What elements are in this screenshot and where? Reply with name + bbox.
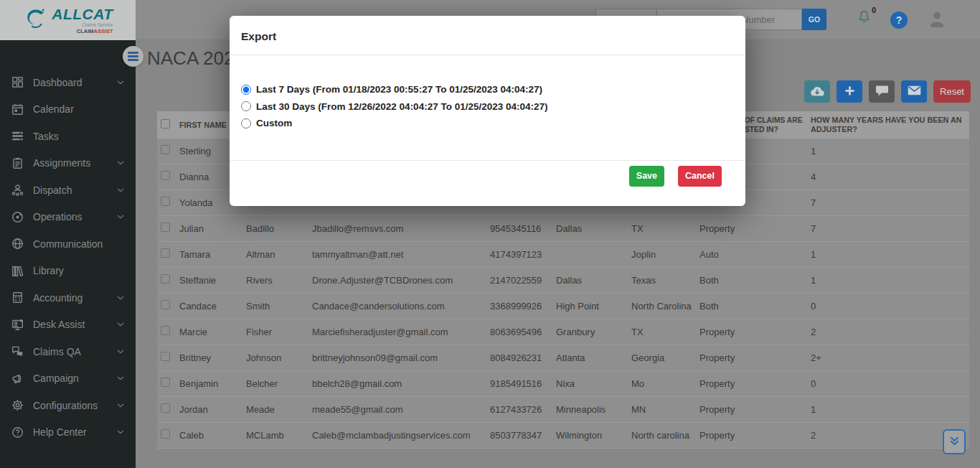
export-range-option-last-30-days-from-12-26-2022-04-04-27-to-01-25-2023-04-04-27[interactable]: Last 30 Days (From 12/26/2022 04:04:27 T… (241, 98, 734, 116)
modal-title: Export (241, 30, 734, 43)
radio-button[interactable] (241, 85, 251, 95)
radio-label: Custom (256, 118, 292, 128)
export-modal: Export Last 7 Days (From 01/18/2023 00:5… (230, 16, 745, 206)
app-root: ALLCAT Claims Service CLAIMASSIST Dashbo… (0, 0, 980, 468)
radio-button[interactable] (241, 101, 251, 111)
radio-button[interactable] (241, 118, 251, 128)
export-range-option-last-7-days-from-01-18-2023-00-55-27-to-01-25-2023-04-04-27[interactable]: Last 7 Days (From 01/18/2023 00:55:27 To… (241, 81, 734, 98)
cancel-button[interactable]: Cancel (678, 166, 722, 187)
export-range-option-custom[interactable]: Custom (241, 115, 734, 132)
radio-label: Last 30 Days (From 12/26/2022 04:04:27 T… (256, 101, 548, 112)
save-button[interactable]: Save (629, 166, 664, 187)
radio-label: Last 7 Days (From 01/18/2023 00:55:27 To… (256, 84, 542, 95)
